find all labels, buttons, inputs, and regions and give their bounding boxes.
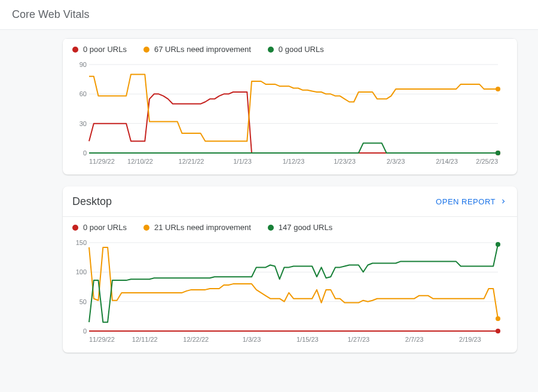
svg-point-13: [496, 242, 500, 247]
legend-need: 67 URLs need improvement: [143, 45, 251, 54]
y-tick-label: 0: [72, 327, 87, 335]
x-tick-label: 1/3/23: [243, 336, 261, 343]
legend-need-label: 21 URLs need improvement: [154, 223, 251, 232]
svg-point-5: [496, 87, 500, 91]
y-tick-label: 90: [72, 61, 87, 68]
x-tick-label: 1/12/23: [283, 158, 305, 165]
mobile-chart: 0306090 11/29/2212/10/2212/21/221/1/231/…: [72, 61, 503, 167]
y-tick-label: 100: [72, 268, 87, 275]
y-tick-label: 30: [72, 120, 87, 127]
x-tick-label: 2/14/23: [436, 158, 458, 165]
y-tick-label: 50: [72, 298, 87, 305]
y-tick-label: 60: [72, 90, 87, 97]
mobile-card: 0 poor URLs 67 URLs need improvement 0 g…: [63, 38, 517, 174]
legend-need: 21 URLs need improvement: [143, 223, 251, 232]
y-tick-label: 150: [72, 239, 87, 246]
content: 0 poor URLs 67 URLs need improvement 0 g…: [0, 30, 538, 376]
poor-dot-icon: [72, 225, 78, 231]
mobile-legend: 0 poor URLs 67 URLs need improvement 0 g…: [72, 39, 508, 56]
x-tick-label: 1/23/23: [334, 158, 356, 165]
x-tick-label: 11/29/22: [89, 158, 115, 165]
desktop-card-head: Desktop OPEN REPORT: [63, 186, 517, 216]
good-dot-icon: [268, 225, 274, 231]
x-tick-label: 2/3/23: [387, 158, 405, 165]
x-tick-label: 1/15/23: [296, 336, 319, 343]
need-dot-icon: [143, 225, 149, 231]
x-tick-label: 12/11/22: [132, 336, 158, 343]
page-title: Core Web Vitals: [12, 8, 89, 21]
x-tick-label: 1/1/23: [233, 158, 252, 165]
x-tick-label: 11/29/22: [89, 336, 115, 343]
x-tick-label: 2/7/23: [405, 336, 424, 343]
desktop-chart: 050100150 11/29/2212/11/2212/22/221/3/23…: [72, 239, 503, 345]
legend-good: 0 good URLs: [268, 45, 324, 54]
x-tick-label: 12/22/22: [183, 336, 209, 343]
legend-poor: 0 poor URLs: [72, 45, 127, 54]
svg-point-12: [496, 316, 500, 321]
x-tick-label: 12/10/22: [127, 158, 153, 165]
x-tick-label: 12/21/22: [179, 158, 204, 165]
legend-need-label: 67 URLs need improvement: [154, 45, 251, 54]
open-report-button[interactable]: OPEN REPORT: [436, 197, 508, 206]
x-tick-label: 2/25/23: [476, 158, 498, 165]
x-tick-label: 2/19/23: [459, 336, 481, 343]
legend-poor-label: 0 poor URLs: [83, 45, 127, 54]
svg-point-6: [496, 151, 500, 155]
page-header: Core Web Vitals: [0, 0, 538, 30]
need-dot-icon: [143, 47, 149, 53]
legend-poor-label: 0 poor URLs: [83, 223, 127, 232]
y-tick-label: 0: [72, 149, 87, 157]
poor-dot-icon: [72, 47, 78, 53]
legend-poor: 0 poor URLs: [72, 223, 127, 232]
desktop-legend: 0 poor URLs 21 URLs need improvement 147…: [72, 217, 508, 234]
legend-good-label: 0 good URLs: [279, 45, 324, 54]
good-dot-icon: [268, 47, 274, 53]
legend-good-label: 147 good URLs: [279, 223, 332, 232]
chevron-right-icon: [499, 197, 508, 206]
open-report-label: OPEN REPORT: [436, 197, 496, 206]
svg-point-11: [496, 329, 500, 333]
desktop-card: Desktop OPEN REPORT 0 poor URLs 21 URLs …: [63, 186, 517, 353]
x-tick-label: 1/27/23: [347, 336, 369, 343]
legend-good: 147 good URLs: [268, 223, 332, 232]
desktop-title: Desktop: [72, 195, 112, 208]
